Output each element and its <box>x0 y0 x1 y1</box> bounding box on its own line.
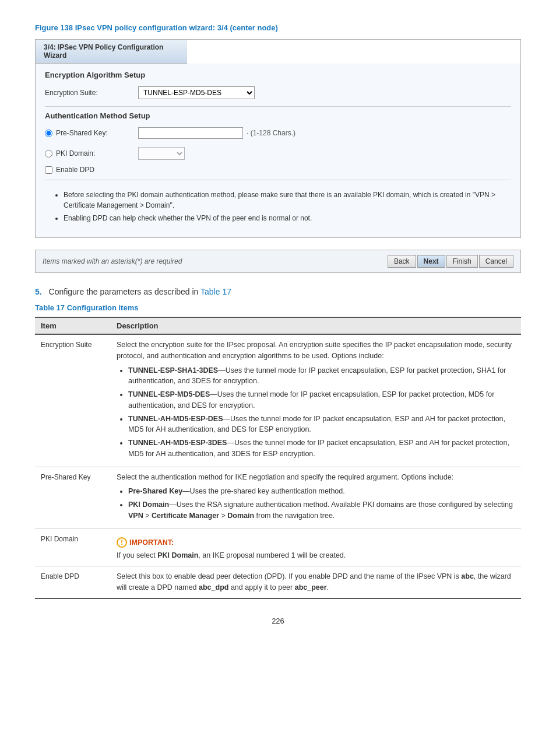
enable-dpd-label: Enable DPD <box>56 166 94 174</box>
desc-psk-option: Pre-Shared Key—Uses the pre-shared key a… <box>128 486 515 497</box>
important-note: If you select PKI Domain, an IKE proposa… <box>117 551 346 559</box>
desc-option-3: TUNNEL-AH-MD5-ESP-DES—Uses the tunnel mo… <box>128 414 515 436</box>
enable-dpd-row: Enable DPD <box>45 166 511 174</box>
encryption-suite-row: Encryption Suite: TUNNEL-ESP-MD5-DES <box>45 84 511 102</box>
desc-intro-psk: Select the authentication method for IKE… <box>117 473 453 481</box>
table-row: Encryption Suite Select the encryption s… <box>35 334 521 467</box>
desc-option-4: TUNNEL-AH-MD5-ESP-3DES—Uses the tunnel m… <box>128 438 515 460</box>
page-number: 226 <box>35 617 521 625</box>
table-row: Enable DPD Select this box to enable dea… <box>35 566 521 598</box>
pre-shared-key-input[interactable] <box>138 127 243 139</box>
back-button[interactable]: Back <box>388 255 416 268</box>
wizard-content: Encryption Algorithm Setup Encryption Su… <box>36 64 520 237</box>
col-item: Item <box>35 317 111 334</box>
step5-text: 5. Configure the parameters as described… <box>35 287 521 296</box>
important-icon: ! <box>117 537 127 548</box>
desc-pki-domain: ! IMPORTANT: If you select PKI Domain, a… <box>111 528 521 566</box>
wizard-tab: 3/4: IPSec VPN Policy Configuration Wiza… <box>36 40 187 64</box>
desc-pki-option: PKI Domain—Uses the RSA signature authen… <box>128 499 515 522</box>
notes-list: Before selecting the PKI domain authenti… <box>52 190 504 223</box>
pki-domain-label[interactable]: PKI Domain: <box>45 149 138 158</box>
step-description: Configure the parameters as described in <box>49 287 199 296</box>
desc-option-1: TUNNEL-ESP-SHA1-3DES—Uses the tunnel mod… <box>128 365 515 387</box>
authentication-section-header: Authentication Method Setup <box>45 111 511 120</box>
encryption-suite-select[interactable]: TUNNEL-ESP-MD5-DES <box>138 86 255 99</box>
encryption-section-header: Encryption Algorithm Setup <box>45 71 511 79</box>
important-label: IMPORTANT: <box>129 537 174 548</box>
desc-psk-list: Pre-Shared Key—Uses the pre-shared key a… <box>117 486 515 521</box>
pre-shared-key-hint: · (1-128 Chars.) <box>247 129 295 137</box>
desc-enable-dpd: Select this box to enable dead peer dete… <box>111 566 521 598</box>
cancel-button[interactable]: Cancel <box>479 255 513 268</box>
table-row: Pre-Shared Key Select the authentication… <box>35 467 521 528</box>
finish-button[interactable]: Finish <box>446 255 478 268</box>
item-encryption-suite: Encryption Suite <box>35 334 111 467</box>
item-enable-dpd: Enable DPD <box>35 566 111 598</box>
next-button[interactable]: Next <box>417 255 445 268</box>
step-number: 5. <box>35 287 42 296</box>
important-row: ! IMPORTANT: <box>117 537 515 548</box>
pki-domain-row: PKI Domain: <box>45 145 511 162</box>
pki-domain-radio[interactable] <box>45 150 52 158</box>
config-table: Item Description Encryption Suite Select… <box>35 317 521 599</box>
pre-shared-key-label[interactable]: Pre-Shared Key: <box>45 129 138 137</box>
table-row: PKI Domain ! IMPORTANT: If you select PK… <box>35 528 521 566</box>
wizard-box: 3/4: IPSec VPN Policy Configuration Wiza… <box>35 39 521 238</box>
desc-encryption-suite: Select the encryption suite for the IPse… <box>111 334 521 467</box>
footer-note: Items marked with an asterisk(*) are req… <box>43 257 182 265</box>
desc-pre-shared-key: Select the authentication method for IKE… <box>111 467 521 528</box>
col-description: Description <box>111 317 521 334</box>
table-link[interactable]: Table 17 <box>200 287 231 296</box>
figure-title: Figure 138 IPsec VPN policy configuratio… <box>35 23 521 32</box>
note-item-2: Enabling DPD can help check whether the … <box>64 213 504 223</box>
desc-options-list: TUNNEL-ESP-SHA1-3DES—Uses the tunnel mod… <box>117 365 515 460</box>
table-title: Table 17 Configuration items <box>35 303 521 312</box>
enable-dpd-checkbox[interactable] <box>45 166 52 174</box>
pki-domain-select[interactable] <box>138 147 185 160</box>
pre-shared-key-radio[interactable] <box>45 130 52 137</box>
table-header-row: Item Description <box>35 317 521 334</box>
pre-shared-key-row: Pre-Shared Key: · (1-128 Chars.) <box>45 125 511 141</box>
notes-area: Before selecting the PKI domain authenti… <box>45 185 511 230</box>
note-item-1: Before selecting the PKI domain authenti… <box>64 190 504 211</box>
desc-option-2: TUNNEL-ESP-MD5-DES—Uses the tunnel mode … <box>128 389 515 411</box>
desc-intro: Select the encryption suite for the IPse… <box>117 341 512 360</box>
encryption-suite-label: Encryption Suite: <box>45 89 138 97</box>
footer-bar: Items marked with an asterisk(*) are req… <box>35 250 521 273</box>
item-pki-domain: PKI Domain <box>35 528 111 566</box>
footer-buttons: Back Next Finish Cancel <box>388 255 513 268</box>
item-pre-shared-key: Pre-Shared Key <box>35 467 111 528</box>
